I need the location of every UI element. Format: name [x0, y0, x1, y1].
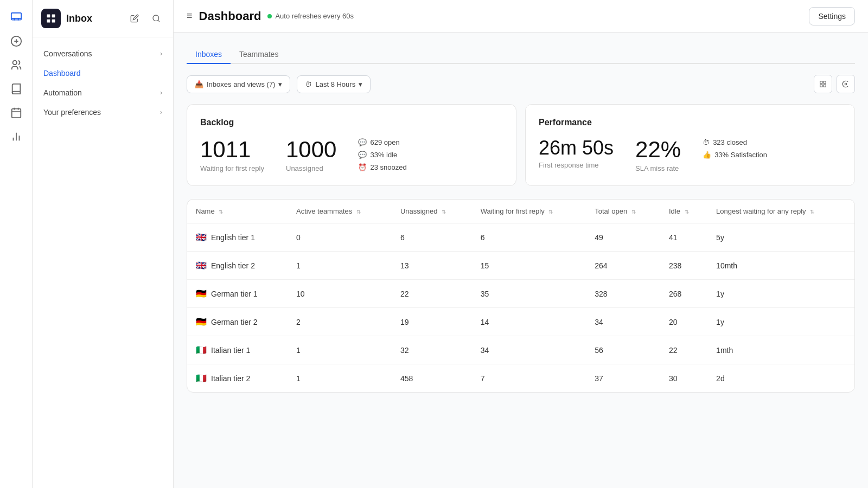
col-active-teammates[interactable]: Active teammates ⇅ — [288, 200, 392, 223]
nav-icon-rocket[interactable] — [5, 30, 27, 52]
settings-button[interactable]: Settings — [809, 7, 855, 25]
waiting-label: Waiting for first reply — [200, 164, 264, 172]
cell-waiting-first-reply: 15 — [472, 252, 586, 280]
table-row[interactable]: 🇩🇪 German tier 1 10 22 35 328 268 1y — [187, 280, 854, 308]
cell-longest-waiting: 1y — [707, 308, 854, 336]
filter-left: 📥 Inboxes and views (7) ▾ ⏱ Last 8 Hours… — [187, 75, 371, 93]
sidebar-header: Inbox — [33, 0, 173, 37]
sidebar-item-preferences[interactable]: Your preferences › — [33, 102, 173, 122]
col-idle-label: Idle — [669, 207, 680, 215]
cell-name: 🇬🇧 English tier 1 — [187, 223, 288, 252]
tab-teammates[interactable]: Teammates — [231, 46, 287, 64]
col-name[interactable]: Name ⇅ — [187, 200, 288, 223]
time-filter-chevron-icon: ▾ — [359, 80, 362, 88]
sla-miss-value: 22% — [635, 138, 681, 161]
col-active-teammates-sort-icon: ⇅ — [356, 209, 361, 215]
inboxes-views-filter[interactable]: 📥 Inboxes and views (7) ▾ — [187, 75, 290, 93]
col-total-open[interactable]: Total open ⇅ — [586, 200, 660, 223]
search-button[interactable] — [148, 10, 164, 27]
cell-longest-waiting: 10mth — [707, 252, 854, 280]
data-table: Name ⇅ Active teammates ⇅ Unassigned ⇅ — [187, 200, 854, 392]
table-body: 🇬🇧 English tier 1 0 6 6 49 41 5y 🇬🇧 Engl… — [187, 223, 854, 393]
nav-icon-inbox[interactable] — [5, 7, 27, 28]
svg-point-16 — [845, 83, 847, 85]
cell-total-open: 34 — [586, 308, 660, 336]
satisfaction-icon: 👍 — [703, 151, 711, 159]
col-unassigned[interactable]: Unassigned ⇅ — [392, 200, 472, 223]
grid-view-button[interactable] — [814, 75, 832, 93]
nav-icon-book[interactable] — [5, 78, 27, 100]
table-row[interactable]: 🇬🇧 English tier 1 0 6 6 49 41 5y — [187, 223, 854, 252]
flag-icon: 🇬🇧 — [196, 260, 207, 271]
flag-icon: 🇮🇹 — [196, 373, 207, 383]
cell-idle: 238 — [660, 252, 707, 280]
app-logo — [41, 9, 61, 28]
filter-chevron-icon: ▾ — [278, 80, 282, 88]
status-text: Auto refreshes every 60s — [275, 12, 354, 20]
sidebar-item-dashboard-label: Dashboard — [43, 69, 81, 78]
sla-miss-metric: 22% SLA miss rate — [635, 138, 681, 172]
nav-icon-people[interactable] — [5, 54, 27, 76]
table-row[interactable]: 🇬🇧 English tier 2 1 13 15 264 238 10mth — [187, 252, 854, 280]
sidebar-item-conversations-label: Conversations — [43, 49, 92, 58]
cell-active-teammates: 1 — [288, 252, 392, 280]
col-name-sort-icon: ⇅ — [219, 209, 223, 215]
auto-refresh-status: Auto refreshes every 60s — [267, 12, 354, 20]
nav-icon-list[interactable] — [5, 102, 27, 124]
performance-metrics: 26m 50s First response time 22% SLA miss… — [539, 138, 841, 172]
sidebar-item-dashboard[interactable]: Dashboard — [33, 63, 173, 83]
conversations-chevron-icon: › — [160, 50, 162, 57]
inboxes-table: Name ⇅ Active teammates ⇅ Unassigned ⇅ — [187, 199, 855, 393]
performance-card: Performance 26m 50s First response time … — [525, 104, 855, 186]
table-row[interactable]: 🇮🇹 Italian tier 2 1 458 7 37 30 2d — [187, 364, 854, 393]
col-idle[interactable]: Idle ⇅ — [660, 200, 707, 223]
flag-icon: 🇮🇹 — [196, 345, 207, 355]
svg-rect-15 — [824, 85, 826, 87]
closed-metric: ⏱ 323 closed — [703, 138, 767, 146]
col-waiting-first-reply-label: Waiting for first reply — [481, 207, 545, 215]
open-metric: 💬 629 open — [358, 138, 406, 146]
closed-value: 323 closed — [713, 138, 747, 146]
cell-longest-waiting: 1y — [707, 280, 854, 308]
table-row[interactable]: 🇩🇪 German tier 2 2 19 14 34 20 1y — [187, 308, 854, 336]
idle-value: 33% idle — [370, 151, 397, 159]
flag-icon: 🇩🇪 — [196, 288, 207, 299]
sidebar-item-conversations[interactable]: Conversations › — [33, 44, 173, 63]
cell-total-open: 56 — [586, 336, 660, 364]
col-waiting-first-reply[interactable]: Waiting for first reply ⇅ — [472, 200, 586, 223]
table-row[interactable]: 🇮🇹 Italian tier 1 1 32 34 56 22 1mth — [187, 336, 854, 364]
tab-inboxes[interactable]: Inboxes — [187, 46, 231, 64]
snoozed-value: 23 snoozed — [370, 163, 406, 171]
col-longest-waiting-label: Longest waiting for any reply — [716, 207, 806, 215]
svg-rect-9 — [52, 20, 55, 23]
main-area: ≡ Dashboard Auto refreshes every 60s Set… — [174, 0, 868, 488]
time-filter[interactable]: ⏱ Last 8 Hours ▾ — [297, 75, 371, 93]
sidebar-item-automation[interactable]: Automation › — [33, 83, 173, 102]
backlog-card: Backlog 1011 Waiting for first reply 100… — [187, 104, 516, 186]
cell-waiting-first-reply: 14 — [472, 308, 586, 336]
compose-button[interactable] — [126, 10, 143, 27]
settings-view-button[interactable] — [837, 75, 855, 93]
sidebar-item-automation-label: Automation — [43, 88, 82, 97]
nav-icon-chart[interactable] — [5, 126, 27, 147]
unassigned-value: 1000 — [286, 138, 336, 161]
snoozed-metric: ⏰ 23 snoozed — [358, 163, 406, 171]
cell-idle: 22 — [660, 336, 707, 364]
automation-chevron-icon: › — [160, 89, 162, 97]
app-title: Inbox — [66, 13, 121, 24]
cell-waiting-first-reply: 35 — [472, 280, 586, 308]
cell-name: 🇬🇧 English tier 2 — [187, 252, 288, 280]
response-time-metric: 26m 50s First response time — [539, 138, 614, 169]
cell-active-teammates: 2 — [288, 308, 392, 336]
menu-icon[interactable]: ≡ — [187, 10, 193, 22]
cell-active-teammates: 0 — [288, 223, 392, 252]
cell-unassigned: 22 — [392, 280, 472, 308]
svg-line-11 — [158, 20, 159, 22]
satisfaction-value: 33% Satisfaction — [714, 151, 767, 159]
snoozed-icon: ⏰ — [358, 163, 367, 171]
cell-active-teammates: 1 — [288, 364, 392, 393]
page-title: Dashboard — [199, 9, 261, 23]
col-total-open-label: Total open — [595, 207, 627, 215]
col-longest-waiting[interactable]: Longest waiting for any reply ⇅ — [707, 200, 854, 223]
svg-rect-7 — [52, 15, 55, 18]
